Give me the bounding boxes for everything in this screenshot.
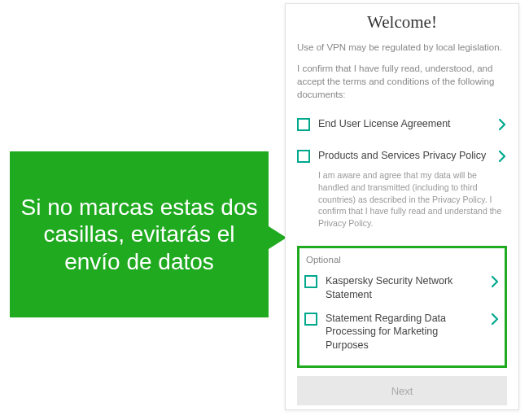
next-button[interactable]: Next	[297, 376, 507, 405]
doc-label: Statement Regarding Data Processing for …	[326, 312, 482, 353]
annotation-arrow-icon	[269, 226, 286, 249]
annotation-text: Si no marcas estas dos casillas, evitará…	[20, 194, 259, 276]
doc-item-ksn: Kaspersky Security Network Statement	[304, 269, 500, 307]
footer: Next	[297, 368, 507, 405]
doc-label: Kaspersky Security Network Statement	[326, 274, 482, 302]
confirm-intro: I confirm that I have fully read, unders…	[297, 62, 507, 101]
chevron-right-icon[interactable]	[497, 118, 507, 131]
optional-section: Optional Kaspersky Security Network Stat…	[297, 246, 507, 368]
doc-label: End User License Agreement	[318, 117, 489, 131]
doc-item-marketing: Statement Regarding Data Processing for …	[304, 307, 500, 358]
privacy-note: I am aware and agree that my data will b…	[318, 169, 507, 229]
doc-item-privacy: Products and Services Privacy Policy I a…	[297, 144, 507, 234]
page-title: Welcome!	[297, 12, 507, 33]
vpn-notice: Use of VPN may be regulated by local leg…	[297, 41, 507, 54]
welcome-panel: Welcome! Use of VPN may be regulated by …	[285, 3, 519, 410]
chevron-right-icon[interactable]	[490, 275, 500, 288]
checkbox-marketing[interactable]	[304, 313, 317, 326]
checkbox-ksn[interactable]	[304, 275, 317, 288]
doc-label: Products and Services Privacy Policy	[318, 149, 489, 163]
checkbox-privacy[interactable]	[297, 150, 310, 163]
checkbox-eula[interactable]	[297, 118, 310, 131]
chevron-right-icon[interactable]	[497, 150, 507, 163]
annotation-callout: Si no marcas estas dos casillas, evitará…	[10, 151, 269, 317]
doc-item-eula: End User License Agreement	[297, 112, 507, 136]
optional-heading: Optional	[306, 255, 500, 265]
chevron-right-icon[interactable]	[490, 313, 500, 326]
